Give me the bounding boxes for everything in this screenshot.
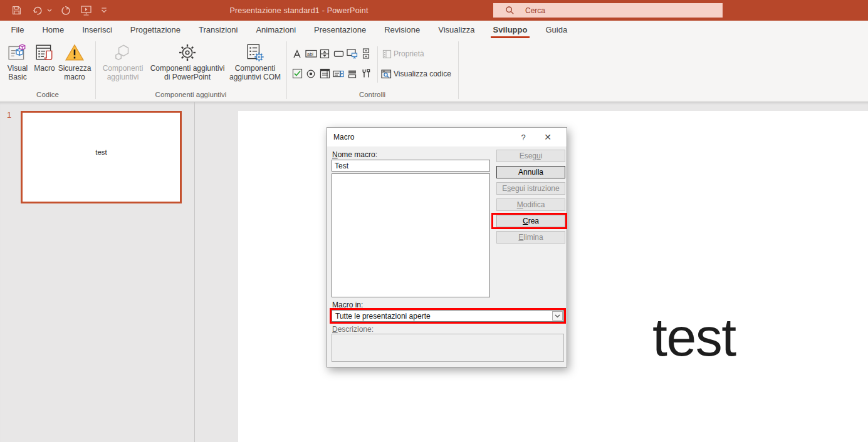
image-control-icon: [347, 48, 358, 59]
com-addins-icon: [245, 42, 265, 63]
dialog-help-button[interactable]: ?: [513, 128, 533, 146]
slide-thumbnail[interactable]: test: [21, 111, 182, 203]
tab-visualizza[interactable]: Visualizza: [429, 21, 484, 39]
tab-transizioni[interactable]: Transizioni: [190, 21, 247, 39]
svg-text:abl: abl: [307, 51, 313, 57]
control-listbox[interactable]: [318, 68, 331, 80]
slide-number: 1: [7, 110, 11, 120]
tab-home[interactable]: Home: [33, 21, 73, 39]
description-label: Descrizione:: [332, 325, 374, 334]
control-label[interactable]: [291, 48, 303, 59]
control-combobox[interactable]: [332, 68, 345, 80]
label-control-icon: [292, 49, 302, 59]
control-image[interactable]: [346, 48, 358, 59]
control-optionbutton[interactable]: [305, 68, 317, 80]
view-code-button[interactable]: Visualizza codice: [381, 68, 451, 80]
esegui-button: Esegui: [496, 150, 565, 162]
description-textarea: [332, 334, 564, 362]
properties-button: Proprietà: [382, 48, 424, 60]
ribbon-tabs: File Home Inserisci Progettazione Transi…: [0, 21, 868, 39]
listbox-control-icon: [320, 68, 330, 79]
tab-presentazione[interactable]: Presentazione: [305, 21, 375, 39]
slide-text[interactable]: test: [652, 310, 736, 364]
control-spinbutton[interactable]: [318, 48, 331, 59]
esegui-istruzione-button: Esegui istruzione: [496, 182, 565, 195]
scrollbar-control-icon: [362, 48, 370, 59]
textbox-control-icon: abl: [305, 49, 317, 58]
tab-animazioni[interactable]: Animazioni: [247, 21, 305, 39]
annulla-button[interactable]: Annulla: [496, 166, 565, 178]
warning-triangle-icon: [64, 42, 85, 63]
title-bar: Presentazione standard1 - PowerPoint Cer…: [0, 0, 868, 21]
tab-progettazione[interactable]: Progettazione: [121, 21, 189, 39]
slide-thumbnail-text: test: [23, 148, 180, 156]
properties-icon: [382, 49, 392, 59]
panel-divider[interactable]: [194, 102, 195, 442]
macro-icon: [34, 42, 55, 63]
checkbox-control-icon: [292, 68, 303, 79]
control-textbox[interactable]: abl: [305, 48, 317, 59]
macro-list[interactable]: [332, 173, 490, 297]
tab-inserisci[interactable]: Inserisci: [73, 21, 122, 39]
ribbon: VisualBasic Macro: [0, 39, 868, 101]
more-controls-icon: [361, 68, 371, 79]
tab-revisione[interactable]: Revisione: [375, 21, 429, 39]
macro-name-label: Nome macro:: [332, 150, 377, 159]
search-icon: [505, 6, 515, 15]
group-divider: [458, 41, 459, 99]
modifica-button: Modifica: [496, 198, 565, 211]
control-scrollbar[interactable]: [360, 48, 372, 59]
view-code-icon: [381, 69, 392, 79]
addins-icon: [113, 42, 133, 63]
gear-icon: [177, 42, 197, 63]
macro-name-input[interactable]: Test: [332, 160, 490, 172]
tab-file[interactable]: File: [2, 21, 33, 39]
commandbutton-control-icon: [333, 49, 344, 59]
control-togglebutton[interactable]: [346, 68, 358, 80]
control-more-controls[interactable]: [360, 68, 372, 80]
group-label-codice: Codice: [0, 91, 95, 98]
visual-basic-icon: [8, 42, 28, 63]
annotation-crea-highlight: [491, 213, 567, 229]
optionbutton-control-icon: [306, 69, 316, 79]
group-label-controlli: Controlli: [286, 91, 458, 98]
control-commandbutton[interactable]: [332, 48, 345, 59]
control-checkbox[interactable]: [291, 68, 303, 80]
dialog-close-button[interactable]: ✕: [538, 128, 558, 146]
spinbutton-control-icon: [320, 49, 330, 59]
elimina-button: Elimina: [496, 231, 565, 244]
search-box[interactable]: Cerca: [493, 3, 723, 18]
macro-dialog: Macro ? ✕ Nome macro: Test Esegui Annull…: [327, 127, 567, 367]
tab-sviluppo[interactable]: Sviluppo: [484, 21, 536, 39]
tab-guida[interactable]: Guida: [536, 21, 577, 39]
dialog-title: Macro: [333, 133, 354, 141]
togglebutton-control-icon: [347, 69, 357, 79]
controls-divider: [377, 46, 378, 83]
search-placeholder: Cerca: [525, 6, 545, 15]
combobox-control-icon: [333, 69, 344, 79]
group-label-componenti: Componenti aggiuntivi: [95, 91, 286, 98]
annotation-macro-in-highlight: [330, 308, 566, 324]
